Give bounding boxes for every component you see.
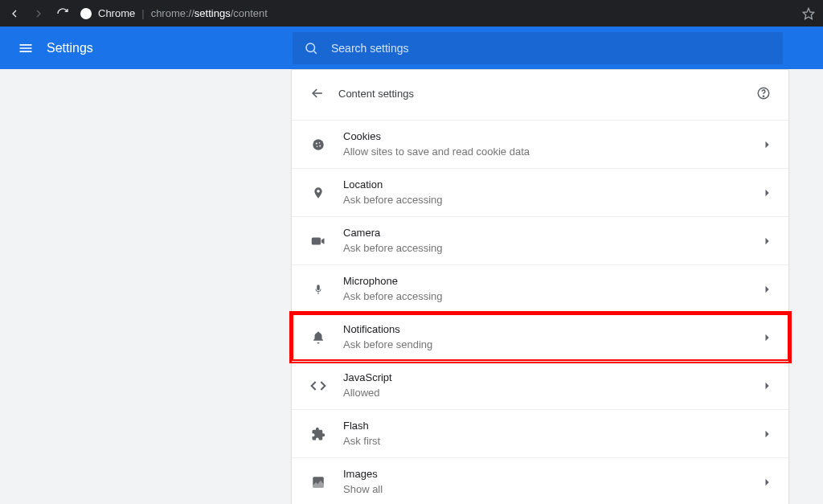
row-title: Location bbox=[343, 178, 764, 192]
row-title: Camera bbox=[343, 227, 764, 240]
row-subtitle: Allow sites to save and read cookie data bbox=[343, 145, 764, 159]
svg-line-2 bbox=[313, 51, 316, 53]
app-title: Settings bbox=[47, 41, 93, 55]
chrome-icon bbox=[80, 8, 92, 19]
row-title: Flash bbox=[343, 420, 764, 433]
setting-row-cookies[interactable]: CookiesAllow sites to save and read cook… bbox=[292, 120, 788, 168]
forward-icon[interactable] bbox=[32, 7, 45, 20]
separator: | bbox=[141, 7, 144, 19]
setting-row-notifications[interactable]: NotificationsAsk before sending bbox=[292, 313, 788, 361]
row-title: Microphone bbox=[343, 275, 764, 289]
row-title: Images bbox=[343, 468, 764, 481]
svg-point-7 bbox=[319, 141, 321, 143]
panel-back-icon[interactable] bbox=[309, 85, 326, 101]
setting-row-javascript[interactable]: JavaScriptAllowed bbox=[292, 361, 788, 409]
bookmark-star-icon[interactable] bbox=[802, 7, 815, 20]
content-settings-panel: Content settings CookiesAllow sites to s… bbox=[291, 69, 789, 504]
camera-icon bbox=[309, 236, 327, 247]
row-text: MicrophoneAsk before accessing bbox=[343, 275, 764, 304]
setting-row-flash[interactable]: FlashAsk first bbox=[292, 409, 788, 457]
url-text: chrome://settings/content bbox=[151, 7, 268, 19]
chevron-right-icon bbox=[764, 478, 771, 486]
browser-name: Chrome bbox=[98, 7, 135, 19]
search-container[interactable] bbox=[293, 32, 783, 64]
row-subtitle: Ask before accessing bbox=[343, 242, 764, 256]
svg-rect-10 bbox=[312, 237, 321, 244]
search-input[interactable] bbox=[330, 41, 772, 55]
images-icon bbox=[309, 475, 327, 490]
row-subtitle: Ask before sending bbox=[343, 338, 764, 352]
panel-title: Content settings bbox=[338, 88, 414, 100]
address-bar[interactable]: Chrome | chrome://settings/content bbox=[80, 7, 791, 19]
chevron-right-icon bbox=[764, 237, 771, 245]
search-icon bbox=[304, 41, 318, 55]
chevron-right-icon bbox=[764, 189, 771, 197]
javascript-icon bbox=[309, 380, 327, 391]
svg-point-5 bbox=[313, 139, 324, 150]
setting-row-microphone[interactable]: MicrophoneAsk before accessing bbox=[292, 264, 788, 313]
chevron-right-icon bbox=[764, 285, 771, 293]
row-title: Notifications bbox=[343, 323, 764, 337]
chevron-right-icon bbox=[764, 382, 771, 390]
setting-row-camera[interactable]: CameraAsk before accessing bbox=[292, 216, 788, 264]
svg-point-1 bbox=[306, 43, 315, 52]
chevron-right-icon bbox=[764, 334, 771, 342]
row-text: NotificationsAsk before sending bbox=[343, 323, 764, 352]
back-icon[interactable] bbox=[8, 7, 21, 20]
notifications-icon bbox=[309, 330, 327, 346]
browser-toolbar: Chrome | chrome://settings/content bbox=[0, 0, 823, 27]
setting-row-location[interactable]: LocationAsk before accessing bbox=[292, 168, 788, 216]
chevron-right-icon bbox=[764, 430, 771, 438]
row-text: ImagesShow all bbox=[343, 468, 764, 497]
row-text: FlashAsk first bbox=[343, 420, 764, 449]
flash-icon bbox=[309, 427, 327, 441]
svg-point-8 bbox=[317, 145, 318, 147]
row-text: LocationAsk before accessing bbox=[343, 178, 764, 207]
row-text: CookiesAllow sites to save and read cook… bbox=[343, 130, 764, 159]
row-subtitle: Ask before accessing bbox=[343, 290, 764, 304]
row-subtitle: Show all bbox=[343, 483, 764, 497]
svg-point-6 bbox=[316, 142, 317, 144]
svg-point-9 bbox=[319, 145, 321, 146]
svg-marker-0 bbox=[803, 8, 813, 18]
microphone-icon bbox=[309, 281, 327, 297]
row-title: Cookies bbox=[343, 130, 764, 144]
svg-rect-11 bbox=[317, 292, 318, 293]
setting-row-images[interactable]: ImagesShow all bbox=[292, 457, 788, 504]
row-title: JavaScript bbox=[343, 371, 764, 385]
panel-header: Content settings bbox=[292, 70, 788, 117]
row-subtitle: Ask before accessing bbox=[343, 194, 764, 207]
reload-icon[interactable] bbox=[56, 7, 69, 20]
chevron-right-icon bbox=[764, 141, 771, 149]
app-header: Settings bbox=[0, 27, 823, 69]
svg-point-4 bbox=[763, 96, 764, 96]
row-text: JavaScriptAllowed bbox=[343, 371, 764, 400]
location-icon bbox=[309, 185, 327, 201]
cookies-icon bbox=[309, 137, 327, 152]
row-subtitle: Allowed bbox=[343, 387, 764, 400]
menu-icon[interactable] bbox=[16, 40, 35, 56]
help-icon[interactable] bbox=[756, 86, 771, 100]
row-text: CameraAsk before accessing bbox=[343, 227, 764, 256]
row-subtitle: Ask first bbox=[343, 435, 764, 449]
